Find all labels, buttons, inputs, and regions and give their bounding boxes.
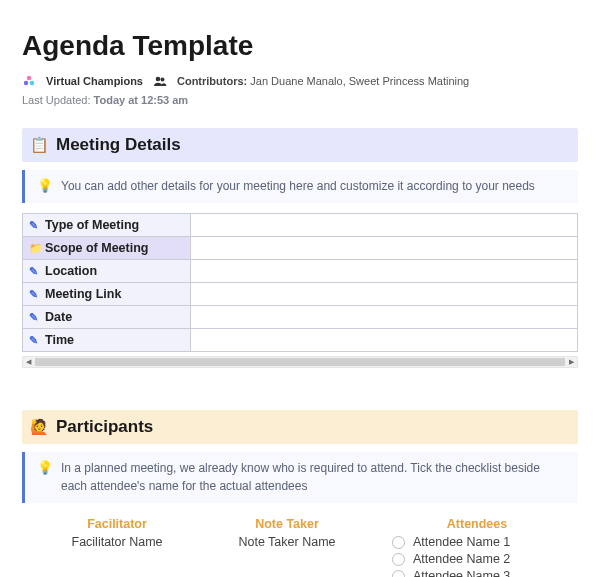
- svg-point-0: [24, 81, 28, 85]
- row-value-cell[interactable]: [191, 283, 578, 306]
- meeting-details-table: ✎Type of Meeting 📁Scope of Meeting ✎Loca…: [22, 213, 578, 352]
- pencil-icon: ✎: [29, 334, 43, 347]
- row-value-cell[interactable]: [191, 329, 578, 352]
- section-header-participants: 🙋 Participants: [22, 410, 578, 444]
- attendee-row: Attendee Name 1: [382, 535, 572, 549]
- attendee-name[interactable]: Attendee Name 3: [413, 569, 510, 577]
- row-label: ✎Location: [23, 260, 191, 283]
- horizontal-scrollbar[interactable]: [22, 356, 578, 368]
- row-value-cell[interactable]: [191, 237, 578, 260]
- pencil-icon: ✎: [29, 288, 43, 301]
- table-row: ✎Meeting Link: [23, 283, 578, 306]
- callout-participants: 💡 In a planned meeting, we already know …: [22, 452, 578, 503]
- attendee-name[interactable]: Attendee Name 1: [413, 535, 510, 549]
- attendee-name[interactable]: Attendee Name 2: [413, 552, 510, 566]
- attendee-checkbox[interactable]: [392, 553, 405, 566]
- row-value-cell[interactable]: [191, 306, 578, 329]
- row-label: ✎Meeting Link: [23, 283, 191, 306]
- notepad-icon: 📋: [30, 136, 48, 154]
- section-header-meeting-details: 📋 Meeting Details: [22, 128, 578, 162]
- attendees-heading: Attendees: [382, 517, 572, 531]
- lightbulb-icon: 💡: [37, 460, 53, 477]
- callout-text: You can add other details for your meeti…: [61, 178, 535, 195]
- meta-row: Virtual Champions Contributors: Jan Duan…: [22, 74, 578, 88]
- callout-text: In a planned meeting, we already know wh…: [61, 460, 568, 495]
- last-updated: Last Updated: Today at 12:53 am: [22, 94, 578, 106]
- facilitator-name[interactable]: Facilitator Name: [42, 535, 192, 549]
- svg-point-2: [27, 76, 31, 80]
- svg-point-4: [161, 78, 165, 82]
- note-taker-column: Note Taker Note Taker Name: [212, 517, 362, 577]
- note-taker-heading: Note Taker: [212, 517, 362, 531]
- note-taker-name[interactable]: Note Taker Name: [212, 535, 362, 549]
- facilitator-heading: Facilitator: [42, 517, 192, 531]
- contributors-label: Contributors:: [177, 75, 247, 87]
- page-title: Agenda Template: [22, 30, 578, 62]
- attendee-checkbox[interactable]: [392, 536, 405, 549]
- row-label: ✎Time: [23, 329, 191, 352]
- attendees-column: Attendees Attendee Name 1 Attendee Name …: [382, 517, 572, 577]
- pencil-icon: ✎: [29, 219, 43, 232]
- table-row: ✎Date: [23, 306, 578, 329]
- lightbulb-icon: 💡: [37, 178, 53, 195]
- svg-point-3: [156, 77, 161, 82]
- table-row: ✎Type of Meeting: [23, 214, 578, 237]
- workspace-logo-icon: [22, 74, 36, 88]
- raised-hand-icon: 🙋: [30, 418, 48, 436]
- callout-meeting-details: 💡 You can add other details for your mee…: [22, 170, 578, 203]
- row-label: ✎Date: [23, 306, 191, 329]
- contributors-list[interactable]: Jan Duane Manalo, Sweet Princess Matinin…: [250, 75, 469, 87]
- workspace-name[interactable]: Virtual Champions: [46, 75, 143, 87]
- attendee-checkbox[interactable]: [392, 570, 405, 577]
- participants-heading: Participants: [56, 417, 153, 437]
- table-row: 📁Scope of Meeting: [23, 237, 578, 260]
- row-value-cell[interactable]: [191, 214, 578, 237]
- table-row: ✎Time: [23, 329, 578, 352]
- svg-point-1: [30, 81, 34, 85]
- facilitator-column: Facilitator Facilitator Name: [42, 517, 192, 577]
- participants-columns: Facilitator Facilitator Name Note Taker …: [22, 513, 578, 577]
- last-updated-label: Last Updated:: [22, 94, 91, 106]
- meeting-details-heading: Meeting Details: [56, 135, 181, 155]
- table-row: ✎Location: [23, 260, 578, 283]
- row-label: ✎Type of Meeting: [23, 214, 191, 237]
- row-value-cell[interactable]: [191, 260, 578, 283]
- attendee-row: Attendee Name 3: [382, 569, 572, 577]
- folder-icon: 📁: [29, 242, 43, 255]
- pencil-icon: ✎: [29, 311, 43, 324]
- row-label: 📁Scope of Meeting: [23, 237, 191, 260]
- pencil-icon: ✎: [29, 265, 43, 278]
- attendee-row: Attendee Name 2: [382, 552, 572, 566]
- last-updated-value: Today at 12:53 am: [94, 94, 189, 106]
- contributors-icon: [153, 74, 167, 88]
